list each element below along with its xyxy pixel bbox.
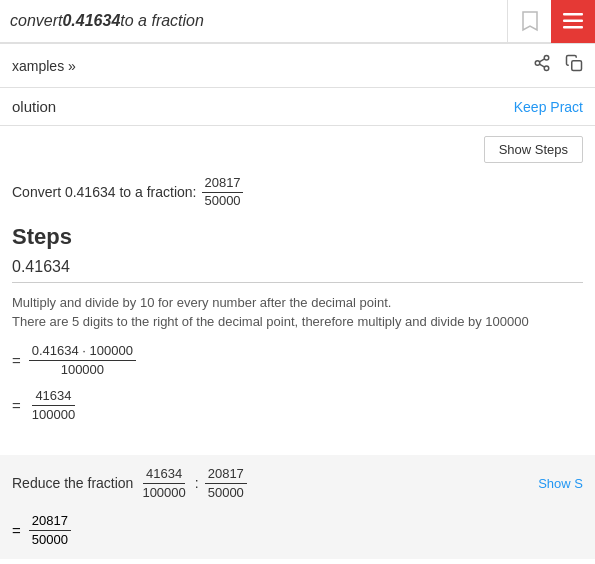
eq1-fraction: 0.41634 · 100000 100000 — [29, 342, 136, 379]
keep-practice-link[interactable]: Keep Pract — [514, 99, 583, 115]
menu-button[interactable] — [551, 0, 595, 43]
show-steps-area: Show Steps — [0, 126, 595, 169]
svg-line-6 — [539, 64, 544, 67]
search-keyword: 0.41634 — [62, 12, 120, 30]
menu-icon — [563, 13, 583, 29]
svg-rect-2 — [563, 26, 583, 29]
reduce-f1-num: 41634 — [143, 465, 185, 484]
reduce-f2-num: 20817 — [205, 465, 247, 484]
svg-line-7 — [539, 59, 544, 62]
divider — [12, 282, 583, 283]
search-bar: convert 0.41634 to a fraction — [0, 12, 507, 30]
reduce-fraction2: 20817 50000 — [205, 465, 247, 502]
svg-rect-8 — [572, 61, 582, 71]
desc-line2: There are 5 digits to the right of the d… — [12, 314, 529, 329]
search-text-suffix: to a fraction — [120, 12, 204, 30]
reduce-section: Reduce the fraction 41634 100000 : 20817… — [0, 455, 595, 560]
result-fraction: 20817 50000 — [202, 175, 242, 210]
result-numerator: 20817 — [202, 175, 242, 193]
eq1-denominator: 100000 — [58, 361, 107, 379]
examples-link[interactable]: xamples » — [12, 58, 76, 74]
eq2-numerator: 41634 — [32, 387, 74, 406]
sub-header-icons — [533, 54, 583, 77]
copy-svg — [565, 54, 583, 72]
main-content: Convert 0.41634 to a fraction: 20817 500… — [0, 169, 595, 445]
eq2-fraction: 41634 100000 — [29, 387, 78, 424]
eq2-denominator: 100000 — [29, 406, 78, 424]
bookmark-icon — [521, 10, 539, 32]
reduce-header: Reduce the fraction 41634 100000 : 20817… — [12, 465, 583, 502]
reduce-result-sign: = — [12, 522, 21, 539]
eq1-numerator: 0.41634 · 100000 — [29, 342, 136, 361]
reduce-result-fraction: 20817 50000 — [29, 512, 71, 549]
equation-1: = 0.41634 · 100000 100000 — [12, 342, 583, 379]
reduce-result-num: 20817 — [29, 512, 71, 531]
show-steps-button[interactable]: Show Steps — [484, 136, 583, 163]
convert-label: Convert 0.41634 to a fraction: — [12, 184, 196, 200]
steps-heading: Steps — [12, 224, 583, 250]
svg-point-4 — [535, 61, 540, 66]
header: convert 0.41634 to a fraction — [0, 0, 595, 44]
reduce-text: Reduce the fraction — [12, 475, 133, 491]
bookmark-button[interactable] — [507, 0, 551, 43]
equation-2: = 41634 100000 — [12, 387, 583, 424]
decimal-display: 0.41634 — [12, 258, 583, 276]
share-svg — [533, 54, 551, 72]
svg-rect-1 — [563, 20, 583, 23]
result-denominator: 50000 — [202, 193, 242, 210]
solution-title: olution — [12, 98, 56, 115]
search-text-prefix: convert — [10, 12, 62, 30]
eq1-sign: = — [12, 352, 21, 369]
svg-rect-0 — [563, 13, 583, 16]
show-s-link[interactable]: Show S — [538, 476, 583, 491]
reduce-result-eq: = 20817 50000 — [12, 512, 583, 549]
sub-header: xamples » — [0, 44, 595, 88]
reduce-label-row: Reduce the fraction 41634 100000 : 20817… — [12, 465, 249, 502]
reduce-result-den: 50000 — [29, 531, 71, 549]
svg-point-3 — [544, 56, 549, 61]
eq2-sign: = — [12, 397, 21, 414]
convert-result-line: Convert 0.41634 to a fraction: 20817 500… — [12, 175, 583, 210]
desc-line1: Multiply and divide by 10 for every numb… — [12, 295, 391, 310]
reduce-f2-den: 50000 — [205, 484, 247, 502]
solution-header: olution Keep Pract — [0, 88, 595, 126]
share-icon[interactable] — [533, 54, 551, 77]
description-text: Multiply and divide by 10 for every numb… — [12, 293, 583, 332]
svg-point-5 — [544, 66, 549, 71]
copy-icon[interactable] — [565, 54, 583, 77]
reduce-colon: : — [195, 475, 199, 491]
reduce-fraction1: 41634 100000 — [139, 465, 188, 502]
reduce-f1-den: 100000 — [139, 484, 188, 502]
